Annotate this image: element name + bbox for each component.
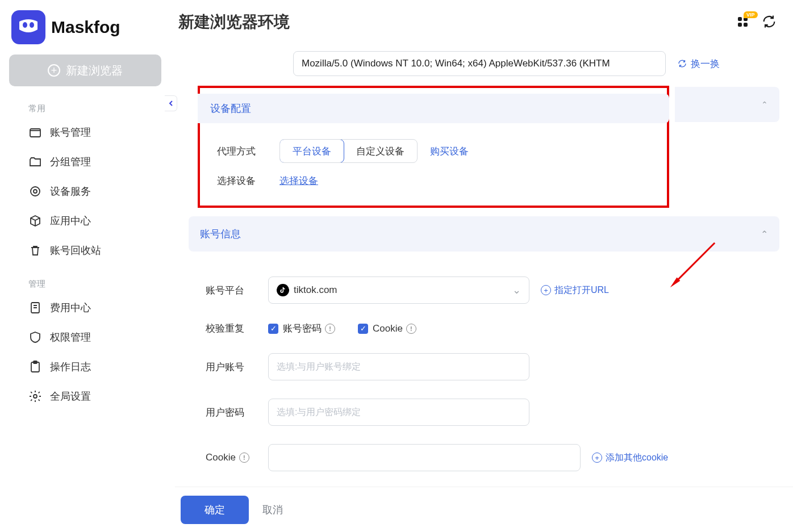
- change-ua-button[interactable]: 换一换: [677, 57, 720, 70]
- cookie-input[interactable]: [268, 444, 581, 471]
- svg-point-8: [34, 395, 37, 398]
- page-title: 新建浏览器环境: [175, 0, 793, 44]
- select-device-label: 选择设备: [217, 174, 279, 187]
- chevron-up-icon: ⌃: [761, 229, 768, 240]
- sidebar: Maskfog + 新建浏览器 常用 账号管理 分组管理 设备服务 应用中心 账…: [0, 0, 175, 532]
- shield-icon: [28, 330, 42, 344]
- user-password-row: 用户密码: [189, 389, 779, 435]
- brand-name: Maskfog: [51, 18, 120, 37]
- checkbox-icon: ✓: [268, 324, 278, 334]
- tiktok-icon: [277, 284, 289, 296]
- plus-icon: +: [48, 64, 60, 77]
- svg-point-4: [34, 190, 37, 193]
- buy-device-link[interactable]: 购买设备: [430, 145, 469, 158]
- logo: Maskfog: [0, 7, 175, 55]
- cube-icon: [28, 214, 42, 228]
- footer-actions: 确定 取消: [175, 487, 793, 532]
- specify-url-label: 指定打开URL: [554, 284, 609, 296]
- sidebar-item-label: 分组管理: [50, 155, 91, 169]
- sidebar-item-label: 账号回收站: [50, 244, 101, 257]
- device-panel-title: 设备配置: [210, 102, 251, 115]
- sidebar-item-app-center[interactable]: 应用中心: [0, 206, 175, 236]
- info-icon[interactable]: !: [325, 324, 335, 334]
- account-platform-row: 账号平台 tiktok.com ⌄ + 指定打开URL: [189, 267, 779, 313]
- sidebar-item-label: 设备服务: [50, 185, 91, 198]
- chevron-down-icon: ⌄: [512, 284, 521, 296]
- location-icon: [28, 185, 42, 198]
- gear-icon: [28, 389, 42, 403]
- section-manage-label: 管理: [0, 275, 175, 293]
- sidebar-item-logs[interactable]: 操作日志: [0, 352, 175, 382]
- add-cookie-button[interactable]: + 添加其他cookie: [592, 452, 668, 464]
- receipt-icon: [28, 301, 42, 315]
- sidebar-item-fee-center[interactable]: 费用中心: [0, 293, 175, 322]
- checkbox-cookie-label: Cookie: [373, 323, 403, 334]
- main-content: 新建浏览器环境 VIP 换一换 设备配置 代理方式: [175, 0, 793, 532]
- user-account-label: 用户账号: [206, 361, 268, 374]
- account-platform-label: 账号平台: [206, 284, 268, 297]
- cookie-row: Cookie ! + 添加其他cookie: [189, 435, 779, 480]
- check-duplicate-row: 校验重复 ✓ 账号密码 ! ✓ Cookie !: [189, 313, 779, 344]
- refresh-icon: [677, 58, 687, 69]
- new-browser-label: 新建浏览器: [66, 63, 123, 78]
- sidebar-item-device-service[interactable]: 设备服务: [0, 177, 175, 206]
- check-duplicate-label: 校验重复: [206, 322, 268, 335]
- folder-open-icon: [28, 155, 42, 169]
- svg-point-0: [23, 22, 27, 28]
- account-panel-body: 账号平台 tiktok.com ⌄ + 指定打开URL 校验重复: [180, 252, 788, 496]
- account-panel-header[interactable]: 账号信息 ⌃: [189, 216, 779, 252]
- svg-point-3: [31, 187, 40, 196]
- chevron-left-icon: [168, 100, 174, 107]
- sidebar-item-group-manage[interactable]: 分组管理: [0, 147, 175, 177]
- sidebar-item-global-settings[interactable]: 全局设置: [0, 382, 175, 411]
- vip-badge: VIP: [744, 11, 758, 18]
- user-agent-input[interactable]: [293, 51, 666, 76]
- sidebar-item-recycle[interactable]: 账号回收站: [0, 236, 175, 265]
- new-browser-button[interactable]: + 新建浏览器: [9, 55, 161, 86]
- sidebar-item-label: 费用中心: [50, 301, 91, 315]
- device-config-section: 设备配置 代理方式 平台设备 自定义设备 购买设备 选择设备 选择设备: [198, 86, 669, 208]
- account-platform-value: tiktok.com: [294, 284, 337, 296]
- seg-platform-device[interactable]: 平台设备: [279, 139, 344, 163]
- sidebar-item-label: 应用中心: [50, 214, 91, 228]
- confirm-button[interactable]: 确定: [181, 496, 249, 524]
- checkbox-userpass[interactable]: ✓ 账号密码 !: [268, 322, 335, 335]
- sidebar-item-label: 权限管理: [50, 330, 91, 344]
- select-device-link[interactable]: 选择设备: [279, 174, 318, 187]
- sidebar-item-label: 全局设置: [50, 389, 91, 403]
- info-icon[interactable]: !: [239, 453, 249, 463]
- sidebar-collapse-button[interactable]: [165, 95, 177, 111]
- clipboard-icon: [28, 360, 42, 374]
- change-ua-label: 换一换: [691, 57, 720, 70]
- logo-icon: [11, 10, 45, 44]
- user-account-input[interactable]: [268, 353, 529, 380]
- plus-icon: +: [541, 285, 551, 295]
- sidebar-item-permission[interactable]: 权限管理: [0, 322, 175, 352]
- refresh-icon[interactable]: [761, 14, 777, 30]
- checkbox-icon: ✓: [358, 324, 368, 334]
- svg-point-1: [30, 22, 34, 28]
- grid-icon: [738, 17, 748, 27]
- user-account-row: 用户账号: [189, 344, 779, 389]
- apps-button[interactable]: VIP: [738, 17, 748, 27]
- info-icon[interactable]: !: [406, 324, 416, 334]
- user-agent-row: 换一换: [180, 44, 788, 86]
- checkbox-cookie[interactable]: ✓ Cookie !: [358, 323, 416, 334]
- seg-custom-device[interactable]: 自定义设备: [344, 140, 417, 162]
- plus-icon: +: [592, 453, 602, 463]
- trash-icon: [28, 244, 42, 257]
- cancel-button[interactable]: 取消: [262, 503, 283, 517]
- cookie-label: Cookie !: [206, 452, 268, 463]
- add-cookie-label: 添加其他cookie: [606, 452, 668, 464]
- user-password-input[interactable]: [268, 399, 529, 426]
- proxy-mode-label: 代理方式: [217, 145, 279, 158]
- user-password-label: 用户密码: [206, 406, 268, 419]
- chevron-up-icon[interactable]: ⌃: [761, 100, 768, 109]
- section-common-label: 常用: [0, 100, 175, 118]
- sidebar-item-label: 操作日志: [50, 360, 91, 374]
- account-platform-select[interactable]: tiktok.com ⌄: [268, 277, 529, 304]
- specify-url-button[interactable]: + 指定打开URL: [541, 284, 609, 296]
- sidebar-item-account-manage[interactable]: 账号管理: [0, 118, 175, 147]
- proxy-mode-row: 代理方式 平台设备 自定义设备 购买设备: [200, 133, 667, 169]
- sidebar-item-label: 账号管理: [50, 125, 91, 139]
